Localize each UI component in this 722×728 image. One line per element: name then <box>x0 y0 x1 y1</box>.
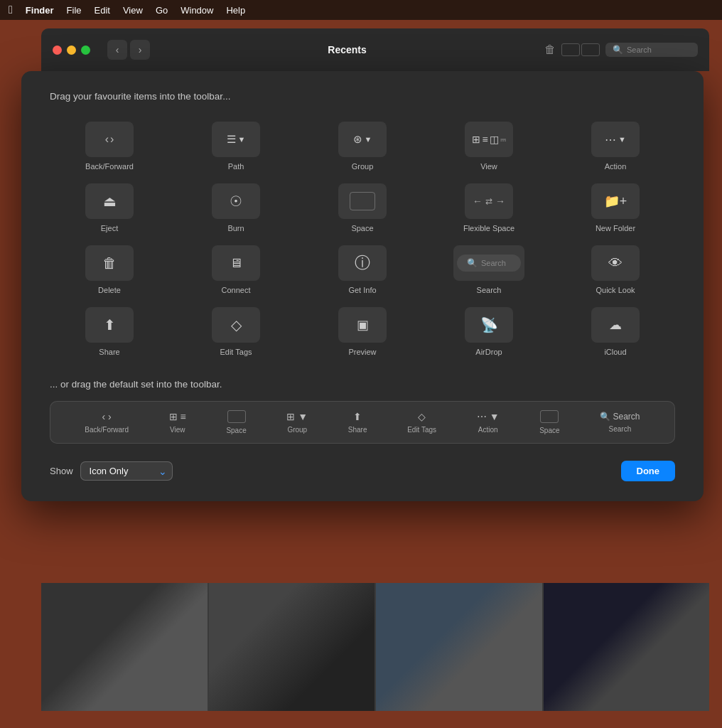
default-search[interactable]: 🔍 Search Search <box>600 412 640 433</box>
toolbar-item-back-forward[interactable]: ‹ › Back/Forward <box>50 122 169 171</box>
icloud-label: iCloud <box>604 348 626 356</box>
default-view-icon: ⊞ ≡ <box>169 411 186 422</box>
finder-titlebar: ‹ › Recents 🗑 🔍 Search <box>41 28 709 71</box>
default-edit-tags-label: Edit Tags <box>407 426 436 434</box>
done-button[interactable]: Done <box>621 461 676 481</box>
default-space-1-label: Space <box>226 427 246 434</box>
quick-look-label: Quick Look <box>596 286 635 294</box>
toolbar-item-delete[interactable]: 🗑 Delete <box>50 245 169 294</box>
path-icon: ☰▼ <box>212 122 260 157</box>
default-search-label: Search <box>609 425 632 433</box>
view-btn-2[interactable] <box>581 43 600 56</box>
maximize-button[interactable] <box>81 46 90 55</box>
burn-label: Burn <box>227 224 244 232</box>
default-group-label: Group <box>287 426 307 434</box>
toolbar-item-edit-tags[interactable]: ◇ Edit Tags <box>176 307 296 356</box>
trash-icon[interactable]: 🗑 <box>544 43 556 56</box>
toolbar-item-flexible-space[interactable]: ← ⇄ → Flexible Space <box>429 183 549 232</box>
menu-window[interactable]: Window <box>180 5 213 16</box>
minimize-button[interactable] <box>67 46 76 55</box>
forward-button[interactable]: › <box>130 40 150 60</box>
toolbar-item-connect[interactable]: 🖥 Connect <box>176 245 296 294</box>
toolbar-item-path[interactable]: ☰▼ Path <box>176 122 296 171</box>
toolbar-item-new-folder[interactable]: 📁+ New Folder <box>556 183 675 232</box>
default-back-forward-icon: ‹ › <box>102 411 112 422</box>
flexible-space-label: Flexible Space <box>463 224 514 232</box>
path-label: Path <box>228 162 244 171</box>
share-label: Share <box>99 348 119 356</box>
view-btn-1[interactable] <box>561 43 580 56</box>
default-space-1[interactable]: Space <box>226 410 246 434</box>
default-space-2-icon <box>540 410 559 423</box>
toolbar-item-eject[interactable]: ⏏ Eject <box>50 183 169 232</box>
toolbar-item-share[interactable]: ⬆ Share <box>50 307 169 356</box>
default-space-2-label: Space <box>539 427 559 434</box>
flexible-space-icon: ← ⇄ → <box>465 183 513 219</box>
quick-look-icon: 👁 <box>591 245 640 281</box>
finder-toolbar-right: 🗑 🔍 Search <box>544 43 698 57</box>
show-dropdown-box[interactable]: Icon Only <box>80 461 173 481</box>
toolbar-item-preview[interactable]: ▣ Preview <box>303 307 422 356</box>
menu-edit[interactable]: Edit <box>95 5 110 16</box>
default-view-label: View <box>170 426 185 434</box>
finder-content <box>41 583 709 711</box>
search-placeholder: Search <box>627 46 652 54</box>
toolbar-items-grid: ‹ › Back/Forward ☰▼ Path ⊛▼ Group <box>50 122 675 356</box>
default-action-label: Action <box>478 426 498 434</box>
customize-toolbar-modal: Drag your favourite items into the toolb… <box>21 71 704 501</box>
default-edit-tags[interactable]: ◇ Edit Tags <box>407 411 436 434</box>
default-view[interactable]: ⊞ ≡ View <box>169 411 186 434</box>
show-dropdown[interactable]: Icon Only ⌄ <box>80 461 173 481</box>
edit-tags-icon: ◇ <box>212 307 260 343</box>
toolbar-item-quick-look[interactable]: 👁 Quick Look <box>556 245 675 294</box>
show-label: Show <box>50 466 73 476</box>
search-pill-icon: 🔍 Search <box>453 245 524 281</box>
default-group[interactable]: ⊞ ▼ Group <box>286 411 308 434</box>
default-set-label: ... or drag the default set into the too… <box>50 379 675 390</box>
icloud-icon: ☁ <box>591 307 640 343</box>
view-label: View <box>480 162 497 171</box>
search-icon: 🔍 <box>613 45 623 55</box>
toolbar-item-search[interactable]: 🔍 Search Search <box>429 245 549 294</box>
default-share[interactable]: ⬆ Share <box>348 411 367 434</box>
default-back-forward[interactable]: ‹ › Back/Forward <box>85 411 129 434</box>
airdrop-icon: 📡 <box>465 307 513 343</box>
default-back-forward-label: Back/Forward <box>85 426 129 434</box>
menu-finder[interactable]: Finder <box>26 5 54 16</box>
default-space-2[interactable]: Space <box>539 410 559 434</box>
airdrop-label: AirDrop <box>475 348 502 356</box>
menu-view[interactable]: View <box>123 5 143 16</box>
share-icon: ⬆ <box>85 307 134 343</box>
search-label: Search <box>477 286 502 294</box>
get-info-icon: ⓘ <box>338 245 387 281</box>
finder-title: Recents <box>158 44 536 55</box>
action-icon: ⋯▼ <box>591 122 640 157</box>
back-button[interactable]: ‹ <box>107 40 127 60</box>
toolbar-item-icloud[interactable]: ☁ iCloud <box>556 307 675 356</box>
toolbar-item-space[interactable]: Space <box>303 183 422 232</box>
burn-icon: ☉ <box>212 183 260 219</box>
default-edit-tags-icon: ◇ <box>418 411 426 422</box>
connect-label: Connect <box>222 286 251 294</box>
toolbar-item-burn[interactable]: ☉ Burn <box>176 183 296 232</box>
back-forward-label: Back/Forward <box>85 162 134 171</box>
toolbar-item-airdrop[interactable]: 📡 AirDrop <box>429 307 549 356</box>
group-icon: ⊛▼ <box>338 122 387 157</box>
action-label: Action <box>605 162 627 171</box>
default-action-icon: ⋯ ▼ <box>477 411 500 422</box>
default-action[interactable]: ⋯ ▼ Action <box>477 411 500 434</box>
toolbar-item-view[interactable]: ⊞≡◫⎓ View <box>429 122 549 171</box>
menu-help[interactable]: Help <box>226 5 245 16</box>
close-button[interactable] <box>53 46 62 55</box>
finder-search[interactable]: 🔍 Search <box>605 43 698 57</box>
eject-icon: ⏏ <box>85 183 134 219</box>
toolbar-item-action[interactable]: ⋯▼ Action <box>556 122 675 171</box>
new-folder-icon: 📁+ <box>591 183 640 219</box>
apple-menu[interactable]:  <box>9 4 13 16</box>
menu-file[interactable]: File <box>67 5 82 16</box>
view-buttons <box>561 43 600 56</box>
menu-go[interactable]: Go <box>156 5 168 16</box>
toolbar-item-get-info[interactable]: ⓘ Get Info <box>303 245 422 294</box>
toolbar-item-group[interactable]: ⊛▼ Group <box>303 122 422 171</box>
new-folder-label: New Folder <box>596 224 635 232</box>
